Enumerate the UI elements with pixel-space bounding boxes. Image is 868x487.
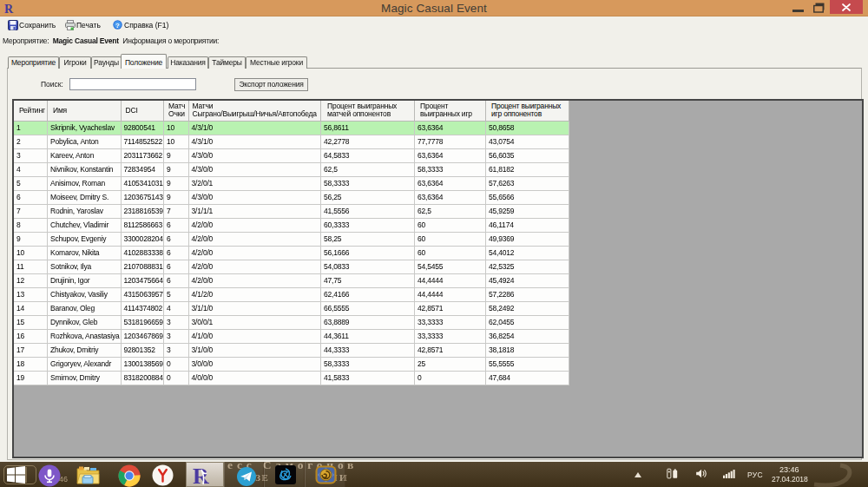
svg-text:R: R (193, 464, 209, 486)
svg-text:?: ? (115, 22, 120, 30)
